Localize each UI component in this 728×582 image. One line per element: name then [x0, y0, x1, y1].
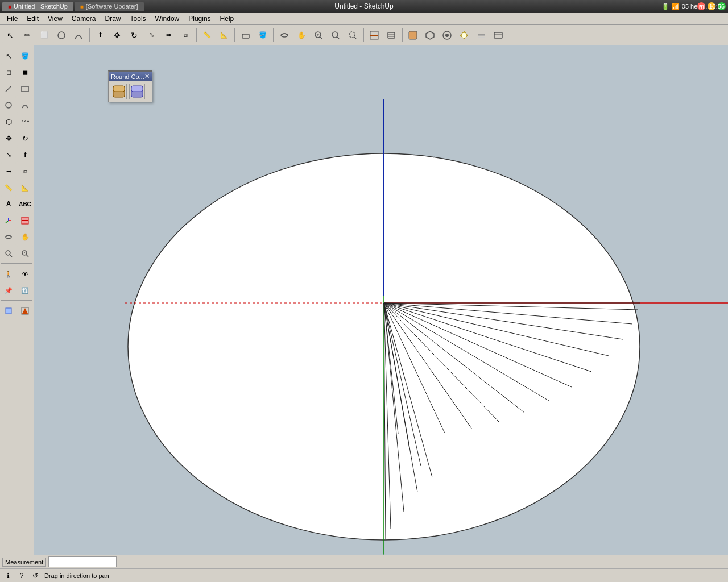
toolbar-layers[interactable] [383, 27, 399, 43]
toolbar-arc[interactable] [71, 27, 86, 43]
toolbar-zoom[interactable] [311, 27, 326, 43]
tool-pushpull[interactable]: ⬆ [17, 147, 33, 163]
toolbar-paint[interactable]: 🪣 [255, 27, 271, 43]
tool-position[interactable]: 📌 [1, 282, 16, 298]
toolbar-eraser[interactable] [238, 27, 254, 43]
toolbar-scenes[interactable] [490, 27, 506, 43]
panel-title-bar[interactable]: Round Co... ✕ [109, 72, 152, 81]
toolbar-move[interactable]: ✥ [109, 27, 125, 43]
tool-freehand[interactable]: 〰 [17, 114, 33, 130]
svg-point-39 [6, 251, 10, 255]
measurement-label: Measurement [2, 558, 46, 567]
tool-eraser2[interactable]: ◼ [17, 64, 33, 80]
svg-rect-16 [409, 31, 417, 39]
toolbar-circle[interactable] [53, 27, 69, 43]
toolbar-protractor[interactable]: 📐 [216, 27, 232, 43]
toolbar-scale[interactable]: ⤡ [143, 27, 159, 43]
toolbar-rotate[interactable]: ↻ [126, 27, 142, 43]
tool-arc[interactable] [17, 97, 33, 113]
tool-axes[interactable] [1, 213, 16, 228]
toolbar-orbit[interactable] [276, 27, 292, 43]
panel-content [109, 81, 152, 102]
title-bar: ■ Untitled - SketchUp ■ [Software Update… [0, 0, 728, 13]
tool-polygon[interactable]: ⬡ [1, 114, 16, 130]
menu-help[interactable]: Help [216, 14, 239, 24]
toolbar-sep-6 [402, 28, 403, 42]
tool-row-6: ✥ ↻ [1, 130, 33, 146]
toolbar-offset[interactable]: ⧈ [177, 27, 193, 43]
tool-rotate[interactable]: ↻ [17, 130, 33, 146]
tool-line[interactable] [1, 81, 16, 97]
tool-walkthrough[interactable]: 🚶 [1, 266, 16, 282]
panel-close-button[interactable]: ✕ [144, 73, 150, 80]
toolbar-sections[interactable] [366, 27, 382, 43]
toolbar-zoom-extent[interactable] [328, 27, 344, 43]
tool-zoom[interactable] [1, 246, 16, 261]
tool-mode1[interactable] [1, 303, 16, 319]
svg-point-32 [6, 102, 11, 108]
menu-plugins[interactable]: Plugins [184, 14, 215, 24]
toolbar-followme[interactable]: ➡ [160, 27, 176, 43]
toolbar-shadows[interactable] [456, 27, 472, 43]
tool-eraser[interactable]: ◻ [1, 64, 16, 80]
toolbar-tape[interactable]: 📏 [199, 27, 215, 43]
tool-followme[interactable]: ➡ [1, 163, 16, 179]
tool-row-9: 📏 📐 [1, 180, 33, 196]
tool-rect[interactable] [17, 81, 33, 97]
svg-rect-1 [242, 34, 249, 38]
menu-window[interactable]: Window [151, 14, 184, 24]
tool-circle[interactable] [1, 97, 16, 113]
toolbar-styles[interactable] [439, 27, 455, 43]
tool-offset[interactable]: ⧈ [17, 163, 33, 179]
canvas-area[interactable]: Round Co... ✕ [34, 45, 728, 555]
bottom-icon-license[interactable]: ↺ [31, 571, 40, 580]
svg-rect-31 [22, 86, 28, 92]
toolbar-fog[interactable] [473, 27, 489, 43]
toolbar-select[interactable]: ↖ [2, 27, 18, 43]
menu-bar: File Edit View Camera Draw Tools Window … [0, 13, 728, 25]
bottom-icon-info[interactable]: ℹ [3, 571, 13, 580]
bottom-icon-about[interactable]: ? [17, 571, 26, 580]
measurement-input[interactable] [48, 556, 117, 567]
menu-view[interactable]: View [43, 14, 67, 24]
menu-camera[interactable]: Camera [67, 14, 101, 24]
tool-text[interactable]: A [1, 196, 16, 212]
svg-point-9 [349, 32, 355, 38]
menu-tools[interactable]: Tools [126, 14, 151, 24]
tray-time: 05 helmi, 10:56 [682, 3, 725, 10]
toolbar-zoom-window[interactable] [345, 27, 361, 43]
tool-section[interactable] [17, 213, 33, 228]
menu-draw[interactable]: Draw [101, 14, 126, 24]
tool-row-7: ⤡ ⬆ [1, 147, 33, 163]
tool-move[interactable]: ✥ [1, 130, 16, 146]
toolbar-pushpull[interactable]: ⬆ [92, 27, 108, 43]
round-corner-tool-1[interactable] [111, 84, 127, 99]
toolbar-pencil[interactable]: ✏ [19, 27, 35, 43]
tab-updater[interactable]: ■ [Software Updater] [75, 2, 144, 11]
tool-turnabout[interactable]: 🔃 [17, 282, 33, 298]
menu-edit[interactable]: Edit [22, 14, 43, 24]
toolbar-pan[interactable]: ✋ [293, 27, 309, 43]
toolbar-components[interactable] [422, 27, 438, 43]
toolbar-rectangle[interactable]: ⬜ [36, 27, 52, 43]
round-corner-tool-2[interactable] [129, 84, 145, 99]
tool-scale[interactable]: ⤡ [1, 147, 16, 163]
tab-sketchup[interactable]: ■ Untitled - SketchUp [2, 2, 73, 11]
tool-protractor[interactable]: 📐 [17, 180, 33, 196]
tool-paint[interactable]: 🪣 [17, 48, 33, 64]
tool-row-14: 🚶 👁 [1, 266, 33, 282]
tool-orbit[interactable] [1, 229, 16, 245]
viewport-canvas[interactable] [34, 45, 728, 555]
toolbar-sep-2 [196, 28, 197, 42]
toolbar-materials[interactable] [405, 27, 421, 43]
tool-zoomextent[interactable] [17, 246, 33, 261]
menu-file[interactable]: File [2, 14, 22, 24]
tool-select[interactable]: ↖ [1, 48, 16, 64]
svg-rect-45 [6, 308, 11, 314]
tool-mode2[interactable] [17, 303, 33, 319]
tool-3dtext[interactable]: ABC [17, 196, 33, 212]
bottom-bar: ℹ ? ↺ Drag in direction to pan [0, 568, 728, 582]
tool-lookat[interactable]: 👁 [17, 266, 33, 282]
tool-pan[interactable]: ✋ [17, 229, 33, 245]
tool-tape[interactable]: 📏 [1, 180, 16, 196]
